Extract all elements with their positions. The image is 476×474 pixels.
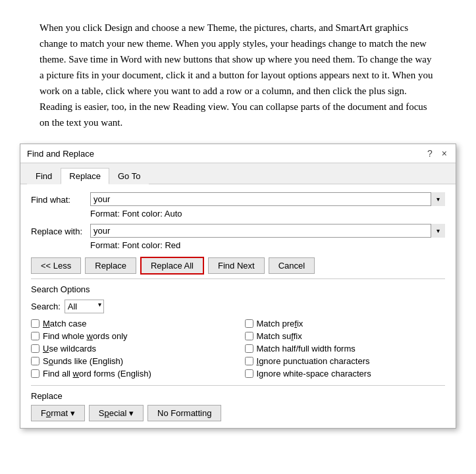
replace-format-label: Format: Font color: Red xyxy=(90,240,180,250)
document-area: When you click Design and choose a new T… xyxy=(0,0,476,144)
tab-find[interactable]: Find xyxy=(27,168,61,184)
match-suffix-label: Match suffix xyxy=(257,331,302,341)
ignore-whitespace-label: Ignore white-space characters xyxy=(257,369,371,379)
checkboxes-grid: Match case Match prefix Find whole words… xyxy=(31,319,445,379)
search-options-label: Search Options xyxy=(31,278,445,294)
help-button[interactable]: ? xyxy=(425,148,435,159)
search-select[interactable]: All Down Up xyxy=(65,300,104,313)
search-row: Search: All Down Up xyxy=(31,300,445,313)
action-buttons-row: << Less Replace Replace All Find Next Ca… xyxy=(31,257,445,275)
find-format-row: Format: Font color: Auto xyxy=(31,209,445,219)
ignore-punctuation-checkbox[interactable] xyxy=(245,357,253,365)
close-button[interactable]: × xyxy=(440,148,449,159)
checkbox-sounds-like: Sounds like (English) xyxy=(31,356,232,366)
match-case-checkbox[interactable] xyxy=(31,319,40,328)
replace-input-wrap: ▾ xyxy=(90,224,445,238)
checkbox-match-suffix: Match suffix xyxy=(245,331,446,341)
dialog-body: Find what: ▾ Format: Font color: Auto Re… xyxy=(20,184,456,428)
find-word-forms-label: Find all word forms (English) xyxy=(43,369,151,379)
match-case-label: Match case xyxy=(43,319,87,329)
match-prefix-checkbox[interactable] xyxy=(245,319,253,328)
checkbox-match-prefix: Match prefix xyxy=(245,319,446,329)
no-formatting-button[interactable]: No Formatting xyxy=(147,405,221,421)
sounds-like-checkbox[interactable] xyxy=(31,357,40,365)
find-what-input[interactable] xyxy=(90,192,445,206)
format-button-label: Format ▾ xyxy=(41,408,75,418)
match-fullwidth-label: Match half/full width forms xyxy=(257,344,356,354)
replace-all-button[interactable]: Replace All xyxy=(140,257,204,275)
special-button-label: Special ▾ xyxy=(99,408,134,418)
find-whole-words-checkbox[interactable] xyxy=(31,332,40,340)
replace-section-label: Replace xyxy=(31,391,445,401)
replace-button[interactable]: Replace xyxy=(85,257,136,274)
search-select-wrap[interactable]: All Down Up xyxy=(65,300,104,313)
replace-with-row: Replace with: ▾ xyxy=(31,224,445,238)
find-word-forms-checkbox[interactable] xyxy=(31,369,40,378)
cancel-button[interactable]: Cancel xyxy=(269,257,315,274)
checkbox-match-fullwidth: Match half/full width forms xyxy=(245,344,446,354)
dialog-controls: ? × xyxy=(425,148,449,159)
dialog-title: Find and Replace xyxy=(27,149,94,159)
replace-buttons-row: Format ▾ Special ▾ No Formatting xyxy=(31,405,445,421)
find-replace-dialog: Find and Replace ? × Find Replace Go To … xyxy=(20,144,456,429)
sounds-like-label: Sounds like (English) xyxy=(43,356,123,366)
checkbox-find-whole-words: Find whole words only xyxy=(31,331,232,341)
match-suffix-checkbox[interactable] xyxy=(245,332,253,340)
checkbox-ignore-punctuation: Ignore punctuation characters xyxy=(245,356,446,366)
format-button[interactable]: Format ▾ xyxy=(31,405,85,421)
checkbox-match-case: Match case xyxy=(31,319,232,329)
match-fullwidth-checkbox[interactable] xyxy=(245,344,253,353)
find-what-label: Find what: xyxy=(31,192,90,205)
dialog-titlebar: Find and Replace ? × xyxy=(20,144,456,163)
dialog-tabs: Find Replace Go To xyxy=(20,163,456,184)
search-label: Search: xyxy=(31,302,61,311)
find-next-button[interactable]: Find Next xyxy=(208,257,265,274)
find-dropdown-arrow[interactable]: ▾ xyxy=(431,192,445,206)
replace-section: Replace Format ▾ Special ▾ No Formatting xyxy=(31,385,445,421)
replace-format-row: Format: Font color: Red xyxy=(31,240,445,250)
replace-with-label: Replace with: xyxy=(31,224,90,236)
match-prefix-label: Match prefix xyxy=(257,319,304,329)
replace-dropdown-arrow[interactable]: ▾ xyxy=(431,224,445,238)
ignore-whitespace-checkbox[interactable] xyxy=(245,369,253,378)
find-format-label: Format: Font color: Auto xyxy=(90,209,182,219)
checkbox-ignore-whitespace: Ignore white-space characters xyxy=(245,369,446,379)
find-what-row: Find what: ▾ xyxy=(31,192,445,206)
use-wildcards-checkbox[interactable] xyxy=(31,344,40,353)
tab-goto[interactable]: Go To xyxy=(109,168,149,184)
ignore-punctuation-label: Ignore punctuation characters xyxy=(257,356,370,366)
replace-with-input[interactable] xyxy=(90,224,445,238)
tab-replace[interactable]: Replace xyxy=(61,168,109,184)
document-text: When you click Design and choose a new T… xyxy=(40,20,436,130)
dialog-overlay: Find and Replace ? × Find Replace Go To … xyxy=(20,144,456,429)
use-wildcards-label: Use wildcards xyxy=(43,344,96,354)
checkbox-use-wildcards: Use wildcards xyxy=(31,344,232,354)
checkbox-find-word-forms: Find all word forms (English) xyxy=(31,369,232,379)
less-button[interactable]: << Less xyxy=(31,257,81,274)
find-input-wrap: ▾ xyxy=(90,192,445,206)
special-button[interactable]: Special ▾ xyxy=(89,405,144,421)
find-whole-words-label: Find whole words only xyxy=(43,331,128,341)
